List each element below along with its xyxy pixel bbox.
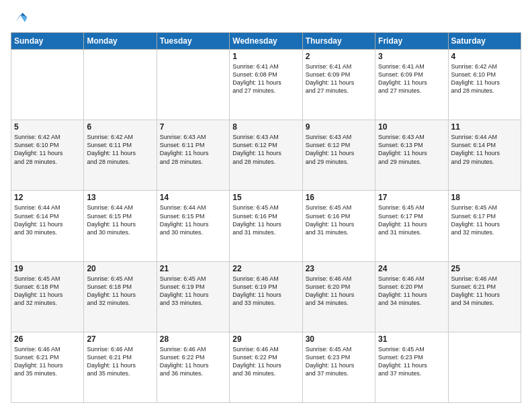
day-number: 26	[14, 334, 81, 344]
day-info: Sunrise: 6:45 AM Sunset: 6:18 PM Dayligh…	[14, 275, 81, 308]
calendar-cell	[157, 50, 229, 120]
weekday-header-friday: Friday	[375, 33, 448, 50]
day-info: Sunrise: 6:45 AM Sunset: 6:16 PM Dayligh…	[306, 203, 372, 236]
day-number: 17	[378, 193, 445, 202]
calendar-cell: 2Sunrise: 6:41 AM Sunset: 6:09 PM Daylig…	[302, 50, 375, 120]
weekday-header-saturday: Saturday	[448, 33, 521, 50]
weekday-header-row: SundayMondayTuesdayWednesdayThursdayFrid…	[11, 33, 521, 50]
day-info: Sunrise: 6:45 AM Sunset: 6:18 PM Dayligh…	[87, 275, 153, 308]
day-number: 24	[378, 264, 445, 273]
day-info: Sunrise: 6:43 AM Sunset: 6:13 PM Dayligh…	[378, 133, 445, 166]
day-number: 1	[232, 52, 299, 61]
calendar-cell: 3Sunrise: 6:41 AM Sunset: 6:09 PM Daylig…	[375, 50, 448, 120]
day-number: 14	[160, 193, 226, 202]
day-info: Sunrise: 6:46 AM Sunset: 6:21 PM Dayligh…	[451, 275, 518, 308]
weekday-header-tuesday: Tuesday	[157, 33, 229, 50]
calendar-cell	[84, 50, 157, 120]
weekday-header-wednesday: Wednesday	[230, 33, 302, 50]
page: SundayMondayTuesdayWednesdayThursdayFrid…	[0, 0, 532, 411]
day-info: Sunrise: 6:42 AM Sunset: 6:11 PM Dayligh…	[87, 133, 153, 166]
day-number: 23	[306, 264, 372, 273]
calendar-cell: 15Sunrise: 6:45 AM Sunset: 6:16 PM Dayli…	[230, 191, 302, 261]
calendar-cell: 5Sunrise: 6:42 AM Sunset: 6:10 PM Daylig…	[11, 120, 84, 191]
calendar-cell: 22Sunrise: 6:46 AM Sunset: 6:19 PM Dayli…	[230, 261, 302, 332]
calendar-cell: 16Sunrise: 6:45 AM Sunset: 6:16 PM Dayli…	[302, 191, 375, 261]
day-number: 21	[160, 264, 226, 273]
day-info: Sunrise: 6:46 AM Sunset: 6:22 PM Dayligh…	[160, 345, 226, 378]
day-info: Sunrise: 6:41 AM Sunset: 6:09 PM Dayligh…	[306, 62, 372, 95]
day-number: 16	[306, 193, 372, 202]
day-info: Sunrise: 6:43 AM Sunset: 6:12 PM Dayligh…	[306, 133, 372, 166]
week-row-3: 12Sunrise: 6:44 AM Sunset: 6:14 PM Dayli…	[11, 191, 521, 261]
day-number: 29	[232, 334, 299, 344]
calendar-cell: 11Sunrise: 6:44 AM Sunset: 6:14 PM Dayli…	[448, 120, 521, 191]
calendar-cell: 24Sunrise: 6:46 AM Sunset: 6:20 PM Dayli…	[375, 261, 448, 332]
logo-icon	[11, 8, 30, 27]
calendar-cell: 14Sunrise: 6:44 AM Sunset: 6:15 PM Dayli…	[157, 191, 229, 261]
calendar-cell: 31Sunrise: 6:45 AM Sunset: 6:23 PM Dayli…	[375, 332, 448, 402]
day-info: Sunrise: 6:46 AM Sunset: 6:21 PM Dayligh…	[14, 345, 81, 378]
day-number: 22	[232, 264, 299, 273]
day-info: Sunrise: 6:44 AM Sunset: 6:14 PM Dayligh…	[14, 203, 81, 236]
calendar-cell: 8Sunrise: 6:43 AM Sunset: 6:12 PM Daylig…	[230, 120, 302, 191]
calendar-cell: 12Sunrise: 6:44 AM Sunset: 6:14 PM Dayli…	[11, 191, 84, 261]
day-number: 15	[232, 193, 299, 202]
day-number: 13	[87, 193, 153, 202]
day-number: 4	[451, 52, 518, 61]
day-number: 18	[451, 193, 518, 202]
day-info: Sunrise: 6:43 AM Sunset: 6:12 PM Dayligh…	[232, 133, 299, 166]
week-row-5: 26Sunrise: 6:46 AM Sunset: 6:21 PM Dayli…	[11, 332, 521, 402]
calendar-cell	[448, 332, 521, 402]
day-info: Sunrise: 6:46 AM Sunset: 6:21 PM Dayligh…	[87, 345, 153, 378]
day-info: Sunrise: 6:45 AM Sunset: 6:17 PM Dayligh…	[451, 203, 518, 236]
day-number: 7	[160, 122, 226, 132]
day-number: 20	[87, 264, 153, 273]
header	[11, 8, 521, 27]
day-info: Sunrise: 6:44 AM Sunset: 6:15 PM Dayligh…	[160, 203, 226, 236]
day-number: 2	[306, 52, 372, 61]
day-number: 8	[232, 122, 299, 132]
calendar-cell: 19Sunrise: 6:45 AM Sunset: 6:18 PM Dayli…	[11, 261, 84, 332]
weekday-header-sunday: Sunday	[11, 33, 84, 50]
calendar-cell	[11, 50, 84, 120]
day-info: Sunrise: 6:41 AM Sunset: 6:09 PM Dayligh…	[378, 62, 445, 95]
day-info: Sunrise: 6:46 AM Sunset: 6:19 PM Dayligh…	[232, 275, 299, 308]
calendar-cell: 25Sunrise: 6:46 AM Sunset: 6:21 PM Dayli…	[448, 261, 521, 332]
weekday-header-thursday: Thursday	[302, 33, 375, 50]
day-info: Sunrise: 6:46 AM Sunset: 6:20 PM Dayligh…	[306, 275, 372, 308]
calendar-table: SundayMondayTuesdayWednesdayThursdayFrid…	[11, 32, 521, 403]
calendar-cell: 21Sunrise: 6:45 AM Sunset: 6:19 PM Dayli…	[157, 261, 229, 332]
calendar-cell: 23Sunrise: 6:46 AM Sunset: 6:20 PM Dayli…	[302, 261, 375, 332]
calendar-cell: 20Sunrise: 6:45 AM Sunset: 6:18 PM Dayli…	[84, 261, 157, 332]
day-info: Sunrise: 6:45 AM Sunset: 6:17 PM Dayligh…	[378, 203, 445, 236]
day-number: 12	[14, 193, 81, 202]
day-info: Sunrise: 6:44 AM Sunset: 6:15 PM Dayligh…	[87, 203, 153, 236]
day-info: Sunrise: 6:45 AM Sunset: 6:23 PM Dayligh…	[378, 345, 445, 378]
week-row-2: 5Sunrise: 6:42 AM Sunset: 6:10 PM Daylig…	[11, 120, 521, 191]
logo	[11, 8, 32, 27]
day-info: Sunrise: 6:42 AM Sunset: 6:10 PM Dayligh…	[14, 133, 81, 166]
calendar-cell: 27Sunrise: 6:46 AM Sunset: 6:21 PM Dayli…	[84, 332, 157, 402]
day-number: 10	[378, 122, 445, 132]
day-number: 9	[306, 122, 372, 132]
calendar-cell: 1Sunrise: 6:41 AM Sunset: 6:08 PM Daylig…	[230, 50, 302, 120]
day-info: Sunrise: 6:41 AM Sunset: 6:08 PM Dayligh…	[232, 62, 299, 95]
calendar-cell: 7Sunrise: 6:43 AM Sunset: 6:11 PM Daylig…	[157, 120, 229, 191]
day-number: 6	[87, 122, 153, 132]
weekday-header-monday: Monday	[84, 33, 157, 50]
calendar-cell: 18Sunrise: 6:45 AM Sunset: 6:17 PM Dayli…	[448, 191, 521, 261]
day-number: 19	[14, 264, 81, 273]
day-number: 28	[160, 334, 226, 344]
calendar-cell: 9Sunrise: 6:43 AM Sunset: 6:12 PM Daylig…	[302, 120, 375, 191]
day-info: Sunrise: 6:46 AM Sunset: 6:20 PM Dayligh…	[378, 275, 445, 308]
day-info: Sunrise: 6:43 AM Sunset: 6:11 PM Dayligh…	[160, 133, 226, 166]
day-number: 11	[451, 122, 518, 132]
calendar-cell: 17Sunrise: 6:45 AM Sunset: 6:17 PM Dayli…	[375, 191, 448, 261]
calendar-cell: 13Sunrise: 6:44 AM Sunset: 6:15 PM Dayli…	[84, 191, 157, 261]
day-number: 30	[306, 334, 372, 344]
calendar-cell: 6Sunrise: 6:42 AM Sunset: 6:11 PM Daylig…	[84, 120, 157, 191]
week-row-4: 19Sunrise: 6:45 AM Sunset: 6:18 PM Dayli…	[11, 261, 521, 332]
day-number: 3	[378, 52, 445, 61]
day-info: Sunrise: 6:45 AM Sunset: 6:23 PM Dayligh…	[306, 345, 372, 378]
calendar-cell: 30Sunrise: 6:45 AM Sunset: 6:23 PM Dayli…	[302, 332, 375, 402]
